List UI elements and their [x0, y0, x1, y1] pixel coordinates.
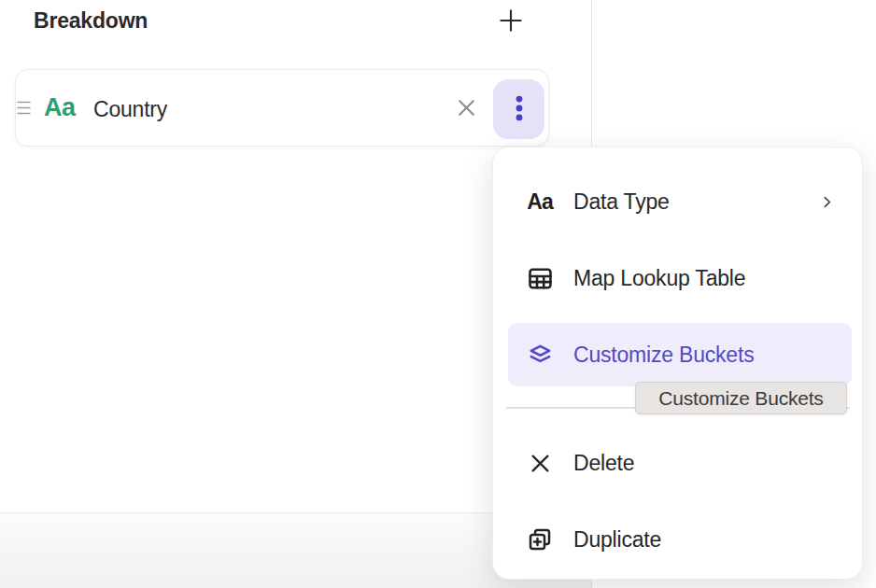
menu-item-duplicate[interactable]: Duplicate — [508, 508, 852, 571]
field-name-label: Country — [93, 97, 167, 122]
x-icon — [524, 447, 556, 479]
menu-item-customize-buckets[interactable]: Customize Buckets — [508, 323, 852, 386]
drag-handle[interactable] — [17, 100, 34, 119]
copy-plus-icon — [524, 524, 556, 555]
menu-item-label: Customize Buckets — [573, 343, 754, 368]
stack-icon — [524, 339, 556, 371]
menu-item-label: Delete — [573, 451, 634, 476]
menu-item-map-lookup-table[interactable]: Map Lookup Table — [508, 246, 852, 310]
menu-item-label: Map Lookup Table — [573, 266, 745, 291]
menu-item-delete[interactable]: Delete — [508, 431, 852, 495]
page-title: Breakdown — [34, 8, 148, 34]
remove-field-button[interactable] — [453, 96, 479, 122]
plus-icon — [497, 7, 525, 37]
menu-item-data-type[interactable]: Aa Data Type — [508, 170, 852, 233]
chevron-right-icon — [818, 193, 835, 210]
menu-item-label: Duplicate — [573, 527, 661, 553]
grip-lines-icon — [17, 100, 31, 119]
field-options-button[interactable] — [493, 79, 544, 139]
tooltip: Customize Buckets — [635, 382, 847, 414]
field-type-badge: Aa — [44, 93, 76, 122]
add-breakdown-button[interactable] — [495, 6, 527, 37]
close-icon — [455, 96, 478, 122]
data-type-icon: Aa — [524, 186, 556, 217]
field-context-menu: Aa Data Type Map Lookup Table — [492, 147, 863, 580]
menu-item-label: Data Type — [573, 189, 670, 215]
table-icon — [524, 262, 556, 294]
kebab-dots-icon — [503, 92, 535, 127]
breakdown-screen: Breakdown Aa Country — [0, 0, 876, 588]
